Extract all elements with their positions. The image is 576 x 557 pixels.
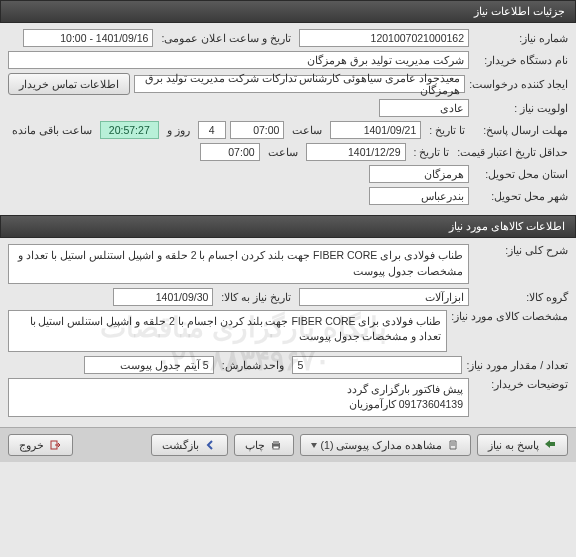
label-request-creator: ایجاد کننده درخواست: xyxy=(469,78,568,90)
label-goods-spec: مشخصات کالای مورد نیاز: xyxy=(451,310,568,322)
countdown-timer: 20:57:27 xyxy=(100,121,159,139)
label-hours-remaining: ساعت باقی مانده xyxy=(8,124,96,136)
label-need-date: تاریخ نیاز به کالا: xyxy=(217,291,295,303)
field-goods-spec: طناب فولادی برای FIBER CORE جهت بلند کرد… xyxy=(8,310,447,352)
section-title: جزئیات اطلاعات نیاز xyxy=(474,5,565,17)
field-remaining-days: 4 xyxy=(198,121,226,139)
label-quantity: تعداد / مقدار مورد نیاز: xyxy=(466,359,568,371)
svg-rect-2 xyxy=(273,446,279,449)
label-hour-1: ساعت xyxy=(288,124,326,136)
respond-label: پاسخ به نیاز xyxy=(488,439,539,451)
contact-info-label: اطلاعات تماس خریدار xyxy=(19,78,119,90)
contact-info-button[interactable]: اطلاعات تماس خریدار xyxy=(8,73,130,95)
exit-icon xyxy=(48,438,62,452)
attachment-icon xyxy=(446,438,460,452)
footer-toolbar: پاسخ به نیاز مشاهده مدارک پیوستی (1) چاپ… xyxy=(0,427,576,462)
label-delivery-city: شهر محل تحویل: xyxy=(473,190,568,202)
label-announce-datetime: تاریخ و ساعت اعلان عمومی: xyxy=(157,32,295,44)
label-goods-group: گروه کالا: xyxy=(473,291,568,303)
print-label: چاپ xyxy=(245,439,265,451)
section-header-goods-info: اطلاعات کالاهای مورد نیاز xyxy=(0,215,576,238)
field-general-description: طناب فولادی برای FIBER CORE جهت بلند کرد… xyxy=(8,244,469,284)
label-buyer-notes: توضیحات خریدار: xyxy=(473,378,568,390)
field-response-hour: 07:00 xyxy=(230,121,285,139)
field-quantity: 5 xyxy=(292,356,462,374)
label-min-validity: حداقل تاریخ اعتبار قیمت: xyxy=(457,146,568,158)
dropdown-icon xyxy=(311,443,317,448)
field-delivery-city: بندرعباس xyxy=(369,187,469,205)
field-announce-datetime: 1401/09/16 - 10:00 xyxy=(23,29,153,47)
label-delivery-province: استان محل تحویل: xyxy=(473,168,568,180)
label-priority: اولویت نیاز : xyxy=(473,102,568,114)
respond-button[interactable]: پاسخ به نیاز xyxy=(477,434,568,456)
field-goods-group: ابزارآلات xyxy=(299,288,469,306)
label-general-description: شرح کلی نیاز: xyxy=(473,244,568,256)
field-need-date: 1401/09/30 xyxy=(113,288,213,306)
label-to-date-2: تا تاریخ : xyxy=(410,146,454,158)
attachments-label: مشاهده مدارک پیوستی (1) xyxy=(321,439,443,451)
goods-info-form: پایگاه بارگزاری مناقصات ۰۲۱-۸۸۳۴۹۶۷۰ شرح… xyxy=(0,238,576,427)
field-priority: عادی xyxy=(379,99,469,117)
svg-rect-1 xyxy=(273,441,279,444)
print-icon xyxy=(269,438,283,452)
field-request-creator: معیذجواد عامری سیاهوئی کارشناس تدارکات ش… xyxy=(134,75,465,93)
label-need-number: شماره نیاز: xyxy=(473,32,568,44)
print-button[interactable]: چاپ xyxy=(234,434,294,456)
field-validity-date: 1401/12/29 xyxy=(306,143,406,161)
field-delivery-province: هرمزگان xyxy=(369,165,469,183)
label-to-date-1: تا تاریخ : xyxy=(425,124,469,136)
respond-icon xyxy=(543,438,557,452)
label-count-unit: واحد شمارش: xyxy=(218,359,289,371)
need-details-form: شماره نیاز: 1201007021000162 تاریخ و ساع… xyxy=(0,23,576,215)
label-buyer-name: نام دستگاه خریدار: xyxy=(473,54,568,66)
label-response-deadline: مهلت ارسال پاسخ: xyxy=(473,124,568,136)
field-need-number: 1201007021000162 xyxy=(299,29,469,47)
label-days-and: روز و xyxy=(163,124,194,136)
exit-button[interactable]: خروج xyxy=(8,434,73,456)
field-buyer-name: شرکت مدیریت تولید برق هرمزگان xyxy=(8,51,469,69)
back-icon xyxy=(203,438,217,452)
field-buyer-notes: پیش فاکتور بارگزاری گردد 09173604139 کار… xyxy=(8,378,469,418)
section-title-goods: اطلاعات کالاهای مورد نیاز xyxy=(449,220,565,232)
back-button[interactable]: بازگشت xyxy=(151,434,228,456)
field-response-date: 1401/09/21 xyxy=(330,121,421,139)
attachments-button[interactable]: مشاهده مدارک پیوستی (1) xyxy=(300,434,472,456)
section-header-need-details: جزئیات اطلاعات نیاز xyxy=(0,0,576,23)
back-label: بازگشت xyxy=(162,439,199,451)
label-hour-2: ساعت xyxy=(264,146,302,158)
field-count-unit: 5 آیتم جدول پیوست xyxy=(84,356,214,374)
exit-label: خروج xyxy=(19,439,44,451)
field-validity-hour: 07:00 xyxy=(200,143,260,161)
